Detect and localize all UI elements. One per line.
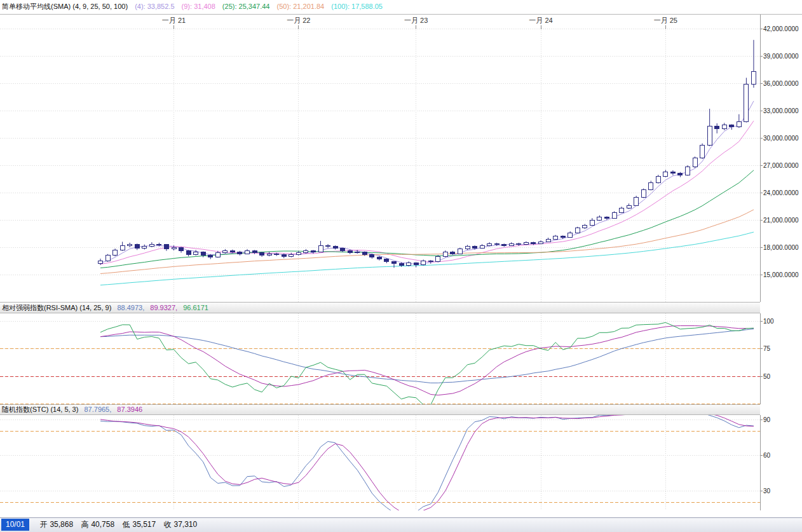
- svg-text:60: 60: [763, 452, 771, 459]
- rsi-value-blue: 88.4973,: [117, 304, 144, 311]
- svg-text:50: 50: [763, 373, 771, 380]
- sma100-legend-value: (100): 17,588.05: [331, 3, 383, 10]
- high-label: 高: [81, 520, 88, 529]
- svg-text:15,000.0000: 15,000.0000: [763, 271, 799, 278]
- stc-value-blue: 87.7965,: [84, 406, 111, 413]
- sma50-legend-value: (50): 21,201.84: [277, 3, 325, 10]
- svg-text:一月 23: 一月 23: [404, 17, 428, 24]
- svg-text:42,000.0000: 42,000.0000: [763, 25, 799, 32]
- high-value: 40,758: [91, 520, 114, 529]
- svg-text:24,000.0000: 24,000.0000: [763, 189, 799, 196]
- svg-text:30: 30: [763, 488, 771, 494]
- open-value: 35,868: [50, 520, 73, 529]
- rsi-value-magenta: 89.9327,: [150, 304, 177, 311]
- svg-text:30,000.0000: 30,000.0000: [763, 135, 799, 142]
- svg-text:一月 21: 一月 21: [162, 17, 186, 24]
- rsi-lines: [100, 322, 754, 404]
- svg-text:一月 24: 一月 24: [529, 17, 552, 24]
- svg-text:90: 90: [763, 416, 771, 423]
- svg-text:18,000.0000: 18,000.0000: [763, 244, 799, 251]
- price-chart[interactable]: 42,000.000039,000.000036,000.000033,000.…: [0, 15, 802, 302]
- stc-chart[interactable]: 906030: [0, 415, 802, 510]
- grid-layer: 42,000.000039,000.000036,000.000033,000.…: [0, 15, 799, 302]
- chart-app-window: 简单移动平均线(SMA) (4, 9, 25, 50, 100) (4): 33…: [0, 0, 802, 532]
- close-label: 收: [164, 520, 172, 529]
- svg-text:100: 100: [763, 318, 774, 325]
- stc-panel-header: 随机指数(STC) (14, 5, 3) 87.7965, 87.3946: [0, 404, 760, 415]
- svg-text:27,000.0000: 27,000.0000: [763, 162, 799, 169]
- grid-layer: 906030: [0, 415, 771, 510]
- low-value: 35,517: [132, 520, 156, 529]
- svg-text:39,000.0000: 39,000.0000: [763, 53, 799, 60]
- svg-text:33,000.0000: 33,000.0000: [763, 107, 799, 114]
- open-label: 开: [39, 520, 47, 529]
- sma4-legend-value: (4): 33,852.5: [135, 3, 174, 10]
- close-value: 37,310: [174, 520, 198, 529]
- svg-text:一月 22: 一月 22: [287, 17, 310, 24]
- sma-lines: [100, 101, 754, 285]
- sma-legend-title: 简单移动平均线(SMA) (4, 9, 25, 50, 100): [2, 3, 128, 10]
- date-badge: 10/01: [1, 519, 29, 531]
- sma9-legend-value: (9): 31,408: [182, 3, 215, 10]
- rsi-chart[interactable]: 1007550: [0, 313, 802, 404]
- rsi-title: 相对强弱指数(RSI-SMA) (14, 25, 9): [2, 304, 111, 311]
- stc-title: 随机指数(STC) (14, 5, 3): [2, 406, 78, 413]
- low-label: 低: [122, 520, 130, 529]
- rsi-value-green: 96.6171: [183, 304, 208, 311]
- spacer: [0, 510, 802, 517]
- rsi-panel-header: 相对强弱指数(RSI-SMA) (14, 25, 9) 88.4973, 89.…: [0, 302, 760, 313]
- candles-layer: [99, 40, 756, 268]
- svg-text:一月 25: 一月 25: [654, 17, 677, 24]
- stc-lines: [100, 415, 754, 510]
- status-bar: 10/01 开35,868 高40,758 低35,517 收37,310: [0, 517, 802, 532]
- sma-legend-bar: 简单移动平均线(SMA) (4, 9, 25, 50, 100) (4): 33…: [0, 0, 802, 15]
- date-axis: 一月 21一月 22一月 23一月 24一月 25: [162, 17, 677, 29]
- svg-text:36,000.0000: 36,000.0000: [763, 80, 799, 87]
- svg-text:75: 75: [763, 345, 771, 352]
- svg-text:21,000.0000: 21,000.0000: [763, 217, 799, 224]
- stc-value-magenta: 87.3946: [117, 406, 142, 413]
- sma25-legend-value: (25): 25,347.44: [222, 3, 270, 10]
